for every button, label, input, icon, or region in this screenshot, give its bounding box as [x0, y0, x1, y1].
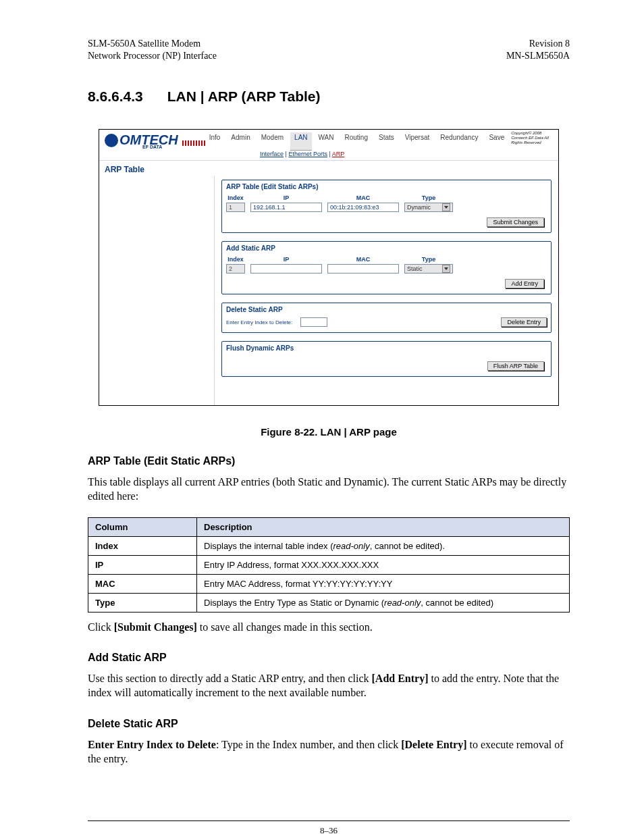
lan-subtabs: Interface | Ethernet Ports | ARP: [260, 151, 558, 160]
globe-icon: [105, 134, 118, 147]
col-index: Index: [226, 256, 245, 263]
logo-subtext: EF DATA: [142, 145, 162, 149]
comtech-logo: OMTECH EF DATA: [99, 130, 205, 151]
col-type: Type: [404, 194, 453, 201]
edit-mac-field[interactable]: [327, 203, 399, 212]
sidebar: [99, 176, 215, 405]
cell-ip-label: IP: [88, 555, 197, 574]
col-index: Index: [226, 194, 245, 201]
submit-changes-button[interactable]: Submit Changes: [487, 217, 544, 227]
chevron-down-icon: [442, 203, 450, 211]
add-ip-field[interactable]: [250, 264, 322, 273]
para-submit-changes: Click [Submit Changes] to save all chang…: [88, 621, 570, 635]
panel-edit-static-arps: ARP Table (Edit Static ARPs) Index IP MA…: [221, 180, 552, 233]
cell-index-label: Index: [88, 536, 197, 555]
copyright-text: Copyright© 2008 Comtech EF Data All Righ…: [508, 130, 558, 151]
edit-index-field: [226, 203, 245, 212]
table-row: IP Entry IP Address, format XXX.XXX.XXX.…: [88, 555, 570, 574]
add-type-value: Static: [407, 265, 423, 272]
main-tabs: Info Admin Modem LAN WAN Routing Stats V…: [205, 130, 509, 151]
col-type: Type: [404, 256, 453, 263]
section-title: LAN | ARP (ARP Table): [167, 88, 321, 105]
sidebar-title: ARP Table: [99, 160, 558, 176]
panel1-title: ARP Table (Edit Static ARPs): [222, 180, 551, 194]
cell-mac-label: MAC: [88, 574, 197, 593]
table-row: Index Displays the internal table index …: [88, 536, 570, 555]
cell-mac-desc: Entry MAC Address, format YY:YY:YY:YY:YY…: [197, 574, 570, 593]
svg-marker-1: [444, 267, 448, 270]
panel-delete-static-arp: Delete Static ARP Enter Entry Index to D…: [221, 303, 552, 333]
heading-delete-static-arp: Delete Static ARP: [88, 718, 570, 730]
heading-add-static-arp: Add Static ARP: [88, 652, 570, 664]
cell-type-label: Type: [88, 593, 197, 612]
para-arp-table-edit: This table displays all current ARP entr…: [88, 475, 570, 504]
add-entry-button[interactable]: Add Entry: [505, 279, 544, 288]
add-mac-field[interactable]: [327, 264, 399, 273]
delete-label: Enter Entry Index to Delete:: [226, 319, 295, 325]
panel3-title: Delete Static ARP: [222, 303, 551, 317]
tab-wan[interactable]: WAN: [315, 132, 338, 151]
subtab-interface[interactable]: Interface: [260, 151, 284, 157]
flush-arp-table-button[interactable]: Flush ARP Table: [487, 361, 544, 371]
tab-lan[interactable]: LAN: [290, 132, 311, 151]
add-index-field: [226, 264, 245, 273]
column-description-table: Column Description Index Displays the in…: [88, 517, 570, 613]
tab-admin[interactable]: Admin: [227, 132, 254, 151]
tab-vipersat[interactable]: Vipersat: [401, 132, 434, 151]
table-row: MAC Entry MAC Address, format YY:YY:YY:Y…: [88, 574, 570, 593]
col-ip: IP: [250, 256, 322, 263]
table-row: Type Displays the Entry Type as Static o…: [88, 593, 570, 612]
figure-caption: Figure 8-22. LAN | ARP page: [88, 426, 570, 438]
delete-index-field[interactable]: [300, 317, 327, 327]
cell-ip-desc: Entry IP Address, format XXX.XXX.XXX.XXX: [197, 555, 570, 574]
th-description: Description: [197, 517, 570, 536]
tab-routing[interactable]: Routing: [341, 132, 372, 151]
th-column: Column: [88, 517, 197, 536]
page-footer: 8–36: [88, 820, 570, 834]
tab-modem[interactable]: Modem: [257, 132, 288, 151]
cell-type-desc: Displays the Entry Type as Static or Dyn…: [197, 593, 570, 612]
section-heading: 8.6.6.4.3 LAN | ARP (ARP Table): [88, 88, 570, 105]
edit-ip-field[interactable]: [250, 203, 322, 212]
tab-info[interactable]: Info: [205, 132, 225, 151]
hdr-right-2: MN-SLM5650A: [506, 50, 570, 62]
subtab-ethernet-ports[interactable]: Ethernet Ports: [288, 151, 327, 157]
hdr-right-1: Revision 8: [506, 38, 570, 50]
delete-entry-button[interactable]: Delete Entry: [501, 317, 547, 327]
add-type-select[interactable]: Static: [404, 264, 453, 273]
subtab-arp[interactable]: ARP: [332, 151, 345, 157]
col-ip: IP: [250, 194, 322, 201]
hdr-left-2: Network Processor (NP) Interface: [88, 50, 217, 62]
col-mac: MAC: [327, 256, 399, 263]
panel-add-static-arp: Add Static ARP Index IP MAC Type Static: [221, 241, 552, 294]
cell-index-desc: Displays the internal table index (read-…: [197, 536, 570, 555]
panel2-title: Add Static ARP: [222, 242, 551, 256]
hdr-left-1: SLM-5650A Satellite Modem: [88, 38, 217, 50]
svg-marker-0: [444, 206, 448, 209]
edit-type-value: Dynamic: [407, 204, 431, 211]
edit-type-select[interactable]: Dynamic: [404, 203, 453, 212]
para-add-static-arp: Use this section to directly add a Stati…: [88, 672, 570, 700]
heading-arp-table-edit: ARP Table (Edit Static ARPs): [88, 455, 570, 467]
tab-save[interactable]: Save: [485, 132, 508, 151]
panel-flush-dynamic-arps: Flush Dynamic ARPs Flush ARP Table: [221, 341, 552, 377]
tab-stats[interactable]: Stats: [375, 132, 398, 151]
section-number: 8.6.6.4.3: [88, 88, 143, 105]
col-mac: MAC: [327, 194, 399, 201]
para-delete-static-arp: Enter Entry Index to Delete: Type in the…: [88, 738, 570, 766]
logo-bars-icon: [182, 140, 205, 146]
arp-page-screenshot: OMTECH EF DATA Info Admin Modem LAN WAN …: [99, 129, 559, 406]
panel4-title: Flush Dynamic ARPs: [222, 342, 551, 356]
chevron-down-icon: [442, 265, 450, 273]
tab-redundancy[interactable]: Redundancy: [436, 132, 482, 151]
page-header: SLM-5650A Satellite Modem Network Proces…: [88, 38, 570, 61]
